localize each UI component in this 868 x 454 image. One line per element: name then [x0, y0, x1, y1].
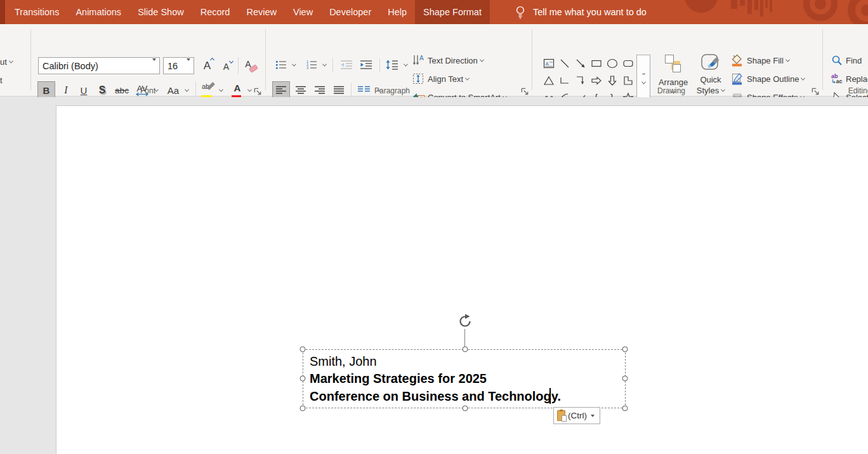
arrange-icon — [664, 55, 683, 74]
chevron-down-icon — [9, 58, 13, 63]
line-spacing-button[interactable] — [383, 57, 401, 72]
group-separator — [265, 29, 266, 90]
replace-icon: ab ↳ac — [831, 74, 843, 84]
textbox-line-1: Smith, John — [310, 353, 561, 370]
editing-group-label: Editing — [825, 86, 868, 95]
ribbon-tab-bar: Transitions Animations Slide Show Record… — [6, 0, 490, 24]
clipboard-icon — [557, 410, 565, 421]
find-icon — [831, 55, 843, 66]
font-dialog-launcher[interactable] — [253, 87, 262, 96]
chevron-down-icon — [480, 57, 484, 62]
find-button[interactable]: Find — [831, 53, 862, 67]
truncated-reset-button[interactable]: t — [0, 73, 3, 87]
resize-handle-bottom-middle[interactable] — [463, 406, 468, 411]
shape-rounded-rectangle-icon[interactable] — [620, 55, 636, 72]
paste-options-label: (Ctrl) — [568, 411, 587, 420]
tab-developer[interactable]: Developer — [321, 0, 379, 24]
resize-handle-top-left[interactable] — [300, 347, 306, 352]
quick-styles-icon — [699, 53, 722, 74]
tab-animations[interactable]: Animations — [67, 0, 129, 24]
paste-options-button[interactable]: (Ctrl) — [553, 407, 600, 424]
svg-text:A: A — [419, 55, 424, 62]
shape-rectangle-icon[interactable] — [588, 55, 604, 72]
paragraph-dialog-launcher[interactable] — [520, 87, 529, 96]
paragraph-group-label: Paragraph — [265, 86, 519, 95]
group-separator — [30, 29, 31, 90]
drawing-group-label: Drawing — [532, 86, 811, 95]
truncated-layout-button[interactable]: ut — [0, 55, 13, 69]
text-direction-button[interactable]: A Text Direction — [412, 53, 483, 67]
tab-slide-show[interactable]: Slide Show — [129, 0, 192, 24]
svg-text:A: A — [545, 60, 549, 66]
bullets-button[interactable] — [273, 57, 289, 72]
text-direction-icon: A — [412, 55, 425, 66]
lightbulb-icon — [515, 5, 525, 19]
combo-arrow-icon[interactable] — [183, 61, 194, 71]
font-group-label: Font — [30, 86, 265, 95]
align-text-icon — [412, 73, 424, 84]
font-size-combo[interactable]: 16 — [163, 57, 194, 74]
tab-view[interactable]: View — [285, 0, 321, 24]
tab-review[interactable]: Review — [238, 0, 285, 24]
group-separator — [532, 29, 532, 90]
tab-shape-format[interactable]: Shape Format — [415, 0, 490, 24]
clear-formatting-button[interactable]: A — [242, 57, 260, 74]
mini-separator — [332, 58, 333, 72]
numbering-dropdown[interactable] — [320, 57, 329, 72]
resize-handle-top-middle[interactable] — [463, 347, 468, 352]
svg-text:3: 3 — [306, 66, 308, 70]
rotate-handle-stem — [464, 329, 465, 348]
bullets-dropdown[interactable] — [289, 57, 298, 72]
decrease-indent-button[interactable] — [338, 57, 355, 72]
shape-outline-button[interactable]: Shape Outline — [731, 72, 805, 86]
numbering-button[interactable]: 123 — [303, 57, 320, 72]
resize-handle-middle-right[interactable] — [622, 376, 628, 382]
mini-separator — [379, 58, 380, 72]
title-bar: Transitions Animations Slide Show Record… — [0, 0, 868, 24]
shape-fill-button[interactable]: Shape Fill — [731, 53, 789, 67]
shape-text-box-icon[interactable]: A — [541, 55, 556, 72]
chevron-down-icon — [465, 76, 470, 80]
chevron-down-icon — [801, 76, 805, 80]
resize-handle-bottom-right[interactable] — [622, 406, 628, 411]
shape-fill-icon — [731, 54, 744, 67]
ribbon: ut t on Calibri (Body) 16 A A A B I U S … — [0, 24, 868, 97]
line-spacing-dropdown[interactable] — [401, 57, 410, 72]
shape-line-icon[interactable] — [556, 55, 572, 72]
caret-down-icon — [229, 59, 233, 63]
replace-button[interactable]: ab ↳ac Replace — [831, 72, 868, 86]
tab-help[interactable]: Help — [379, 0, 415, 24]
slide-textbox[interactable]: Smith, John Marketing Strategies for 202… — [310, 353, 561, 405]
text-cursor — [549, 388, 551, 404]
left-edge-strip — [0, 0, 5, 24]
tab-record[interactable]: Record — [192, 0, 239, 24]
shape-line-arrow-icon[interactable] — [572, 55, 588, 72]
chevron-down-icon — [786, 57, 790, 62]
decrease-font-size-button[interactable]: A — [218, 57, 235, 74]
tell-me-box[interactable]: Tell me what you want to do — [508, 0, 647, 24]
textbox-line-3: Conference on Business and Technology. — [310, 388, 561, 405]
tab-transitions[interactable]: Transitions — [6, 0, 67, 24]
paste-options-dropdown-arrow — [591, 415, 595, 417]
combo-arrow-icon[interactable] — [149, 61, 159, 71]
increase-indent-button[interactable] — [357, 57, 375, 72]
resize-handle-middle-left[interactable] — [300, 376, 306, 382]
resize-handle-bottom-left[interactable] — [300, 406, 306, 411]
shape-oval-icon[interactable] — [604, 55, 620, 72]
mini-separator — [238, 57, 239, 74]
shape-outline-icon — [731, 72, 744, 85]
resize-handle-top-right[interactable] — [622, 347, 628, 352]
group-separator — [822, 29, 823, 90]
drawing-dialog-launcher[interactable] — [811, 87, 820, 96]
align-text-button[interactable]: Align Text — [412, 72, 469, 86]
rotate-handle-icon[interactable] — [456, 312, 474, 330]
tell-me-label: Tell me what you want to do — [533, 7, 647, 17]
font-name-combo[interactable]: Calibri (Body) — [38, 57, 160, 74]
textbox-line-2: Marketing Strategies for 2025 — [310, 370, 561, 387]
increase-font-size-button[interactable]: A — [199, 57, 216, 74]
